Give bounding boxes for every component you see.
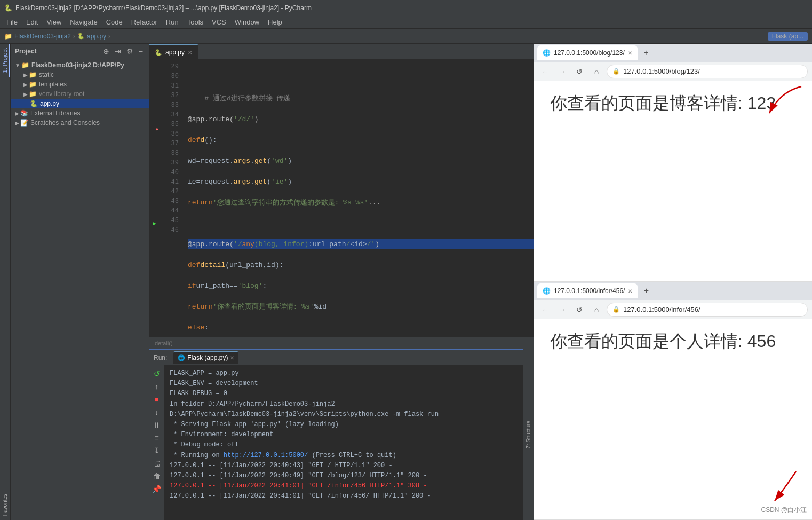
folder-icon-static: 📁 [29,71,37,78]
tab-icon-py: 🐍 [155,49,162,56]
home-btn-1[interactable]: ⌂ [590,65,603,78]
back-btn-2[interactable]: ← [538,303,552,317]
scroll-from-source-icon[interactable]: ⇥ [113,46,123,57]
breadcrumb-file[interactable]: app.py [87,33,106,40]
menu-view[interactable]: View [42,17,66,27]
run-delete-btn[interactable]: 🗑 [152,471,162,482]
tree-item-templates[interactable]: ▶ 📁 templates [11,80,149,89]
menu-help[interactable]: Help [264,17,286,27]
code-content[interactable]: # 通过∂进行参数拼接 传递 @app.route('/d/') def d()… [182,60,534,336]
code-line-39: if url_path == 'blog': [188,281,534,291]
tab-label-apppy: app.py [165,49,185,56]
run-line-11: 127.0.0.1 -- [11/Jan/2022 20:41:01] "GET… [170,481,528,491]
tree-label-extlibs: External Libraries [30,109,80,117]
tree-item-apppy[interactable]: 🐍 app.py [11,99,149,108]
run-line-1: FLASK_ENV = development [170,379,528,389]
run-tab-bar: Run: 🌐 Flask (app.py) ✕ [149,350,534,365]
forward-btn-2[interactable]: → [555,303,569,317]
menu-code[interactable]: Code [102,17,127,27]
menu-file[interactable]: File [2,17,22,27]
run-flask-icon: 🌐 [178,354,185,361]
window-title: FlaskDemo03-jinja2 [D:\APP\Pycharm\Flask… [15,4,312,12]
run-restart-btn[interactable]: ↺ [153,368,161,379]
tree-item-venv[interactable]: ▶ 📁 venv library root [11,89,149,99]
menu-vcs[interactable]: VCS [208,17,230,27]
vtab-project[interactable]: 1: Project [1,44,10,77]
run-line-6: * Environment: development [170,430,528,440]
menu-refactor[interactable]: Refactor [127,17,162,27]
browser-tab-1[interactable]: 🌐 127.0.0.1:5000/blog/123/ ✕ [537,45,638,60]
gutter-29 [149,62,160,73]
home-btn-2[interactable]: ⌂ [590,303,603,317]
menu-window[interactable]: Window [230,17,264,27]
address-url-1: 127.0.0.1:5000/blog/123/ [623,67,700,75]
tree-label-templates: templates [39,81,67,88]
tree-arrow-extlibs: ▶ [15,111,19,116]
browser-tab-close-1[interactable]: ✕ [628,50,632,56]
run-line-12: 127.0.0.1 -- [11/Jan/2022 20:41:01] "GET… [170,491,528,501]
file-tree: ▼ 📁 FlaskDemo03-jinja2 D:\APP\Py ▶ 📁 sta… [11,59,149,520]
refresh-btn-1[interactable]: ↺ [572,65,586,78]
gutter-38 [149,156,160,167]
add-module-icon[interactable]: ⊕ [101,46,111,57]
code-line-41: else: [188,322,534,333]
run-scrollup-btn[interactable]: ↑ [154,381,160,392]
tree-item-scratches[interactable]: ▶ 📝 Scratches and Consoles [11,118,149,128]
gutter-46 [149,239,160,250]
run-pin-btn[interactable]: 📌 [151,484,162,494]
run-print-btn[interactable]: 🖨 [152,458,162,469]
menu-bar: File Edit View Navigate Code Refactor Ru… [0,16,812,29]
menu-run[interactable]: Run [162,17,183,27]
editor-tab-bar: 🐍 app.py ✕ [149,44,534,60]
collapse-icon[interactable]: − [137,46,145,57]
refresh-btn-2[interactable]: ↺ [572,303,586,317]
breadcrumb-project[interactable]: FlaskDemo03-jinja2 [14,33,71,40]
gutter-44: ▶ [149,218,160,229]
run-align-btn[interactable]: ≡ [153,432,160,443]
code-line-34: ie = request.args.get('ie') [188,177,534,187]
tree-item-extlibs[interactable]: ▶ 📚 External Libraries [11,108,149,118]
browser-nav-bar-2: ← → ↺ ⌂ 🔒 127.0.0.1:5000/infor/456/ [534,300,812,319]
app-icon: 🐍 [4,4,12,12]
menu-tools[interactable]: Tools [183,17,208,27]
editor-breadcrumb: detail() [149,336,534,349]
gear-icon[interactable]: ⚙ [125,46,135,57]
run-line-0: FLASK_APP = app.py [170,368,528,379]
vtab-favorites[interactable]: Favorites [1,490,9,520]
tree-arrow-root: ▼ [15,62,20,68]
gutter-31 [149,83,160,93]
red-arrow-2 [737,466,807,509]
editor-tab-apppy[interactable]: 🐍 app.py ✕ [149,44,198,59]
code-editor[interactable]: ● ▶ 29 30 31 [149,60,534,336]
forward-btn-1[interactable]: → [555,65,569,78]
gutter-36 [149,135,160,146]
new-tab-btn-2[interactable]: + [640,285,652,297]
tree-item-root[interactable]: ▼ 📁 FlaskDemo03-jinja2 D:\APP\Py [11,60,149,70]
gutter-33 [149,104,160,114]
new-tab-btn-1[interactable]: + [640,46,652,59]
flask-run-badge: Flask (ap... [768,32,808,41]
back-btn-1[interactable]: ← [538,65,552,78]
tree-item-static[interactable]: ▶ 📁 static [11,70,149,80]
browser-tab-close-2[interactable]: ✕ [628,288,632,294]
code-line-32: def d(): [188,135,534,146]
run-stop-btn[interactable]: ■ [153,394,160,405]
menu-edit[interactable]: Edit [22,17,42,27]
breadcrumb-folder-icon: 📁 [4,33,12,40]
run-scrolldown-btn[interactable]: ↓ [154,407,160,417]
menu-navigate[interactable]: Navigate [66,17,101,27]
run-tab-close[interactable]: ✕ [230,355,234,361]
code-line-29 [188,73,534,83]
run-link-localhost[interactable]: http://127.0.0.1:5000/ [224,452,308,459]
tab-close-apppy[interactable]: ✕ [188,50,192,56]
z-structure-tab[interactable]: Z: Structure [523,349,534,520]
browser-tab-2[interactable]: 🌐 127.0.0.1:5000/infor/456/ ✕ [537,283,638,298]
address-bar-2[interactable]: 🔒 127.0.0.1:5000/infor/456/ [607,303,808,317]
run-tab-flask[interactable]: 🌐 Flask (app.py) ✕ [173,351,238,364]
run-pause-btn[interactable]: ⏸ [152,420,162,430]
gutter-41 [149,187,160,198]
code-line-36 [188,218,534,229]
run-sortdown-btn[interactable]: ↧ [153,445,161,456]
address-bar-1[interactable]: 🔒 127.0.0.1:5000/blog/123/ [607,65,808,78]
tree-arrow-templates: ▶ [23,82,28,88]
